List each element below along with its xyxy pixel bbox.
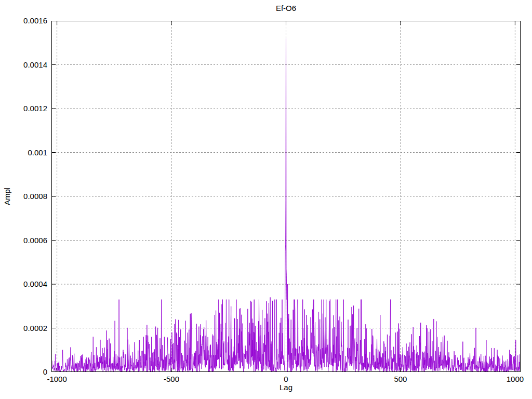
y-tick-label: 0.0016 bbox=[0, 16, 47, 25]
y-tick-label: 0.0006 bbox=[0, 236, 47, 245]
figure-container: Ef-O6 Ampl 00.00020.00040.00060.00080.00… bbox=[0, 0, 532, 399]
chart-title: Ef-O6 bbox=[51, 4, 521, 13]
plot-canvas bbox=[51, 21, 521, 372]
y-tick-label: 0.0002 bbox=[0, 324, 47, 333]
y-tick-label: 0.001 bbox=[0, 148, 47, 157]
y-tick-label: 0.0012 bbox=[0, 104, 47, 113]
y-tick-label: 0.0008 bbox=[0, 192, 47, 201]
correlation-series bbox=[51, 38, 521, 372]
y-tick-label: 0.0004 bbox=[0, 280, 47, 289]
plot-area bbox=[51, 21, 521, 372]
x-axis-label: Lag bbox=[51, 383, 521, 392]
y-tick-label: 0.0014 bbox=[0, 60, 47, 70]
